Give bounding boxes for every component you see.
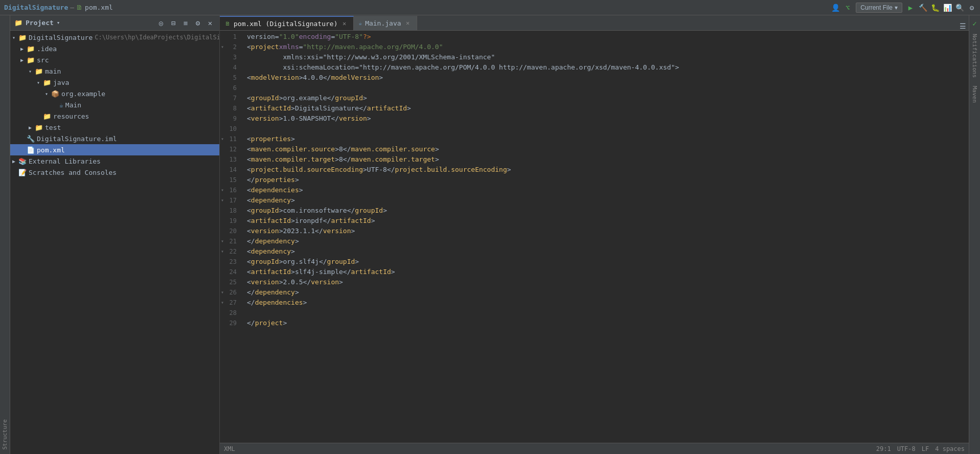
gutter-line-5: 5 [220,73,240,83]
tree-item-resources[interactable]: 📁 resources [10,110,219,122]
gutter-line-1: 1 [220,32,240,42]
code-line-8[interactable]: <artifactId>DigitalSignature</artifactId… [247,103,969,114]
code-line-2[interactable]: <project xmlns="http://maven.apache.org/… [247,42,969,52]
sort-icon[interactable]: ≡ [180,18,191,28]
sidebar-close-icon[interactable]: ✕ [205,18,215,28]
code-line-13[interactable]: <maven.compiler.target>8</maven.compiler… [247,154,969,165]
collapse-all-icon[interactable]: ⊟ [168,18,178,28]
settings-icon[interactable]: ⚙ [968,4,976,12]
search-icon[interactable]: 🔍 [955,4,964,12]
tab-pom-xml[interactable]: 🗎 pom.xml (DigitalSignature) ✕ [220,16,354,30]
code-line-5[interactable]: <modelVersion>4.0.0</modelVersion> [247,73,969,83]
sidebar-header-icons: ◎ ⊟ ≡ ⚙ ✕ [156,18,215,28]
structure-label[interactable]: Structure [1,415,9,454]
tree-item-main-class[interactable]: ☕ Main [10,99,219,110]
code-line-9[interactable]: <version>1.0-SNAPSHOT</version> [247,114,969,124]
sidebar-settings-icon[interactable]: ⚙ [193,18,203,28]
locate-icon[interactable]: ◎ [156,18,166,28]
notifications-label[interactable]: Notifications [970,30,979,82]
code-line-27[interactable]: </dependencies> [247,298,969,308]
code-line-14[interactable]: <project.build.sourceEncoding>UTF-8</pro… [247,165,969,175]
fold-icon-2[interactable]: ▾ [221,42,224,52]
title-file: pom.xml [85,4,113,11]
code-line-6[interactable] [247,83,969,93]
tab-settings-icon[interactable]: ☰ [959,22,967,30]
tree-item-scratches[interactable]: 📝 Scratches and Consoles [10,167,219,178]
debug-icon[interactable]: 🐛 [931,4,939,12]
gutter-line-17: ▾17 [220,195,240,206]
tree-item-idea[interactable]: ▶ 📁 .idea [10,43,219,54]
tab-main-java-label: Main.java [365,19,401,27]
tree-item-root[interactable]: ▾ 📁 DigitalSignature C:\Users\hp\IdeaPro… [10,32,219,43]
tree-item-src[interactable]: ▶ 📁 src [10,54,219,65]
fold-icon-27[interactable]: ▾ [221,298,224,308]
git-icon[interactable]: ⌥ [844,4,852,12]
code-line-15[interactable]: </properties> [247,175,969,185]
project-sidebar: 📁 Project ▾ ◎ ⊟ ≡ ⚙ ✕ ▾ 📁 DigitalSignatu… [10,15,220,454]
sidebar-dropdown-arrow[interactable]: ▾ [57,19,60,26]
fold-icon-17[interactable]: ▾ [221,195,224,206]
profile-icon[interactable]: 👤 [831,4,839,12]
code-line-26[interactable]: </dependency> [247,287,969,298]
tab-main-java-close[interactable]: ✕ [404,19,412,27]
code-line-18[interactable]: <groupId>com.ironsoftware</groupId> [247,206,969,216]
fold-icon-11[interactable]: ▾ [221,134,224,144]
code-line-23[interactable]: <groupId>org.slf4j</groupId> [247,257,969,267]
code-line-25[interactable]: <version>2.0.5</version> [247,277,969,287]
tree-item-pom-xml[interactable]: 📄 pom.xml [10,144,219,155]
fold-icon-21[interactable]: ▾ [221,236,224,246]
run-icon[interactable]: ▶ [906,4,915,12]
profile-run-icon[interactable]: 📊 [943,4,951,12]
current-file-button[interactable]: Current File ▾ [856,3,902,13]
tree-item-main[interactable]: ▾ 📁 main [10,65,219,77]
code-line-17[interactable]: <dependency> [247,195,969,206]
code-line-22[interactable]: <dependency> [247,246,969,257]
tree-item-digitalsig-iml[interactable]: 🔧 DigitalSignature.iml [10,133,219,144]
code-line-24[interactable]: <artifactId>slf4j-simple</artifactId> [247,267,969,277]
code-line-11[interactable]: <properties> [247,134,969,144]
tab-pom-xml-icon: 🗎 [225,20,231,27]
code-line-10[interactable] [247,124,969,134]
fold-icon-22[interactable]: ▾ [221,246,224,257]
gutter-line-12: 12 [220,144,240,154]
tree-item-java[interactable]: ▾ 📁 java [10,77,219,88]
gutter-line-26: ▾26 [220,287,240,298]
tab-pom-xml-close[interactable]: ✕ [341,20,348,27]
build-icon[interactable]: 🔨 [919,4,927,12]
tree-item-test[interactable]: ▶ 📁 test [10,122,219,133]
title-bar: DigitalSignature – 🗎 pom.xml 👤 ⌥ Current… [0,0,980,15]
gutter-line-9: 9 [220,114,240,124]
gutter-line-7: 7 [220,93,240,103]
code-line-21[interactable]: </dependency> [247,236,969,246]
tab-main-java[interactable]: ☕ Main.java ✕ [354,16,417,30]
tab-bar-right: ☰ [959,22,969,30]
gutter-line-3: 3 [220,52,240,62]
code-editor[interactable]: 1▾2345678910▾1112131415▾16▾17181920▾21▾2… [220,31,969,443]
code-line-12[interactable]: <maven.compiler.source>8</maven.compiler… [247,144,969,154]
code-line-16[interactable]: <dependencies> [247,185,969,195]
code-line-20[interactable]: <version>2023.1.1</version> [247,226,969,236]
code-line-3[interactable]: xmlns:xsi="http://www.w3.org/2001/XMLSch… [247,52,969,62]
gutter-line-25: 25 [220,277,240,287]
gutter-line-20: 20 [220,226,240,236]
code-content[interactable]: version="1.0" encoding="UTF-8"?><project… [243,31,969,443]
tree-item-orgexample[interactable]: ▾ 📦 org.example [10,88,219,99]
code-line-1[interactable]: version="1.0" encoding="UTF-8"?> [247,32,969,42]
code-line-28[interactable] [247,308,969,318]
code-line-19[interactable]: <artifactId>ironpdf</artifactId> [247,216,969,226]
code-line-4[interactable]: xsi:schemaLocation="http://maven.apache.… [247,62,969,73]
code-line-29[interactable]: </project> [247,318,969,328]
maven-label[interactable]: Maven [970,82,979,107]
code-line-7[interactable]: <groupId>org.example</groupId> [247,93,969,103]
gutter-line-19: 19 [220,216,240,226]
notifications-strip: ✓ Notifications Maven [969,15,980,454]
fold-icon-26[interactable]: ▾ [221,287,224,298]
fold-icon-16[interactable]: ▾ [221,185,224,195]
status-left: XML [224,445,235,452]
gutter-line-29: 29 [220,318,240,328]
file-tree: ▾ 📁 DigitalSignature C:\Users\hp\IdeaPro… [10,31,219,454]
status-right: 29:1 UTF-8 LF 4 spaces [876,445,965,452]
tab-main-java-icon: ☕ [359,20,362,27]
tree-item-ext-libs[interactable]: ▶ 📚 External Libraries [10,155,219,167]
main-area: Structure 📁 Project ▾ ◎ ⊟ ≡ ⚙ ✕ ▾ 📁 Digi… [0,15,980,454]
